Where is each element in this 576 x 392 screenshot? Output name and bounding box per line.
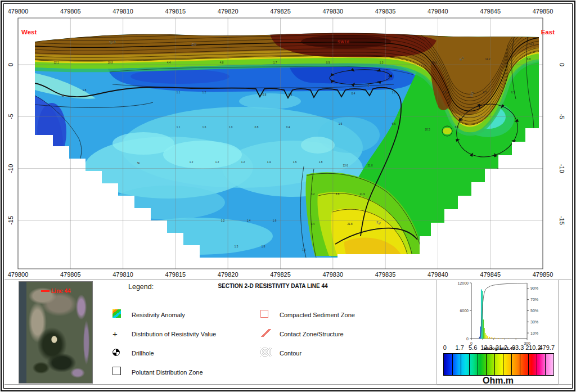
resistivity-value: 0.6 [289,93,292,96]
resistivity-value: 0.9 [326,61,330,64]
resistivity-value: 1.4 [267,161,271,164]
legend-item-anom: Resistivity Anomaly [112,308,216,321]
location-map-inset: Line 44 [19,281,93,384]
resistivity-value: 1.2 [202,91,206,94]
contact-glyph-icon [260,329,272,337]
resistivity-value: 1.2 [221,219,225,222]
x-tick-label-bottom: 479820 [218,271,238,278]
resistivity-value: 6.6 [443,91,447,94]
hist-pct-tick: 10% [530,331,538,335]
resistivity-value: 0.8 [263,93,267,96]
resistivity-value: 3.2 [311,193,315,196]
line-44-label: Line 44 [51,288,70,294]
legend-item-contour: Contour [260,346,355,359]
legend-item-label: Resistivity Anomaly [127,312,185,318]
resistivity-value: 13.6 [343,164,348,167]
contour-label: 5.0 [191,43,196,47]
comp-glyph-icon [260,310,268,318]
x-tick-label-top: 479805 [60,8,81,15]
hist-y-tick: 6000 [460,309,469,313]
hist-bar [484,328,485,339]
colorbar-divider [486,354,487,375]
hist-bar [494,338,495,339]
section-red-annotation: SW16 [338,40,349,44]
hist-bar [487,336,488,339]
resistivity-value: 6.6 [455,126,459,129]
resistivity-value: 0.4 [352,92,356,95]
colorbar-value-label: 21.2 [496,344,507,351]
resistivity-value: 14.2 [485,58,490,61]
resistivity-value: 1.6 [273,219,277,222]
x-tick-label-top: 479810 [112,8,133,15]
resistivity-value: 7.5 [302,249,306,251]
x-tick-label-bottom: 479805 [60,271,81,278]
section-plot: 12.110.84.44.81.70.91.310.614.26.811.41.… [0,0,576,280]
colorbar [443,353,554,376]
figure-title: SECTION 2-D RESISTIVITY DATA LINE 44 [205,283,340,289]
resistivity-value: 1.2 [215,161,219,164]
resistivity-value: 6.8 [527,58,531,61]
resistivity-value: 1.1 [177,126,181,129]
x-tick-label-top: 479850 [533,8,554,15]
plus-glyph-icon: + [112,331,118,337]
resistivity-value: 6.5 [511,91,515,94]
hist-bar [489,337,490,339]
legend-column-left: Resistivity Anomaly+Distribution of Resi… [112,308,216,379]
resistivity-value: 6.6 [392,123,396,125]
east-label: East [541,29,555,35]
depth-tick-label-left: -5 [7,114,14,119]
x-tick-label-top: 479800 [8,8,29,15]
colorbar-divider [469,354,470,375]
resistivity-value: 10.6 [432,61,437,64]
resistivity-value: 1.2 [190,161,194,164]
hist-cumulative-curve [479,283,526,339]
colorbar-value-label: 5.6 [469,344,477,351]
colorbar-divider [545,354,546,375]
colorbar-divider [461,354,461,375]
legend-heading: Legend: [128,283,154,291]
resistivity-section-figure: 12.110.84.44.81.70.91.310.614.26.811.41.… [0,0,576,392]
resistivity-value: 1.5 [339,123,343,125]
x-tick-label-bottom: 479850 [533,271,554,278]
legend-item-comp: Compacted Sediment Zone [260,308,355,321]
hist-y-tick: 0 [466,337,469,341]
x-tick-label-top: 479815 [165,8,186,15]
depth-tick-label-left: -10 [7,164,14,173]
line-44-marker-icon [41,290,50,292]
resistivity-value: 3.4 [311,223,315,226]
anom-glyph-icon [112,309,121,318]
x-tick-label-bottom: 479845 [480,271,501,278]
x-tick-label-top: 479825 [270,8,291,15]
hist-pct-tick: 30% [530,320,538,324]
hist-bar [502,338,503,339]
depth-tick-label-right: 0 [559,63,565,66]
legend-item-label: Polutant Distribution Zone [127,369,203,376]
colorbar-divider [503,354,503,375]
x-tick-label-top: 479830 [322,8,343,15]
drill-icon [112,348,127,358]
legend-item-label: Compacted Sediment Zone [275,312,355,318]
x-tick-label-bottom: 479835 [375,271,396,278]
colorbar-value-label: 0 [443,344,447,351]
comp-icon [260,310,275,320]
resistivity-value: 20.5 [425,128,430,131]
resistivity-value: 4.4 [167,61,171,64]
depth-tick-label-right: -10 [559,164,565,173]
resistivity-value: 1.6 [293,161,297,164]
colorbar-divider [452,354,453,375]
colorbar-divider [520,354,520,375]
resistivity-value: 1.8 [262,245,266,248]
contact-icon [260,329,275,339]
colorbar-divider [528,354,529,375]
resistivity-value: 1.0 [229,126,233,129]
colorbar-value-label: 12.3 [480,344,492,351]
resistivity-value: 1.8 [319,161,323,164]
x-tick-label-top: 479820 [218,8,238,15]
depth-tick-label-left: -15 [7,216,14,225]
west-label: West [21,29,37,35]
hist-bar [483,319,484,339]
colorbar-unit: Ohm.m [443,376,553,386]
resistivity-value: 21.8 [348,223,353,226]
resistivity-value: 1.8 [83,89,87,92]
colorbar-divider [478,354,478,375]
